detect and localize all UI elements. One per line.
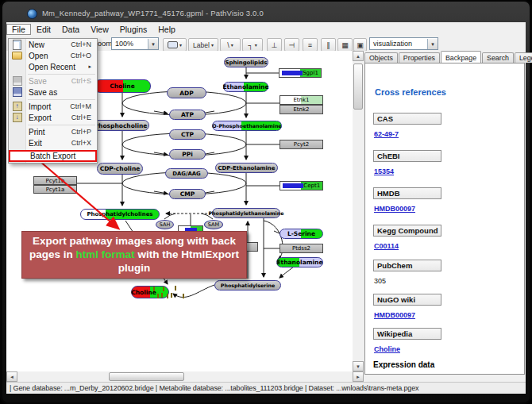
scroll-left-button[interactable]: ◄ xyxy=(6,371,17,382)
menu-help[interactable]: Help xyxy=(152,24,181,35)
datanode-tool-button[interactable]: ▾ xyxy=(163,38,187,52)
node-cdp-choline[interactable]: CDP-choline xyxy=(97,163,143,175)
menu-item-export[interactable]: ↓ Export Ctrl+E xyxy=(9,112,97,123)
visualization-combobox[interactable]: visualization ▾ xyxy=(369,37,438,50)
menu-view[interactable]: View xyxy=(85,24,114,35)
node-cmp[interactable]: CMP xyxy=(169,189,206,199)
line-tool-button[interactable]: \ ▾ xyxy=(220,38,241,52)
menu-item-save[interactable]: Save Ctrl+S xyxy=(9,75,97,87)
align-horizontal-button[interactable]: ⊥ xyxy=(267,38,282,52)
open-folder-icon xyxy=(12,52,22,60)
node-ctp[interactable]: CTP xyxy=(169,129,206,140)
selection-handle[interactable] xyxy=(171,293,172,298)
node-phosphocholine[interactable]: Phosphocholine xyxy=(92,120,149,131)
connector-tool-button[interactable]: ┐ ▾ xyxy=(242,38,263,52)
group-icon: ▣ xyxy=(357,41,364,49)
gene-box-ptdss2[interactable]: Ptdss2 xyxy=(279,244,323,253)
common-size-button[interactable]: ▦ xyxy=(337,38,353,52)
save-icon xyxy=(12,77,22,86)
selection-handle[interactable] xyxy=(161,293,163,298)
scroll-right-button[interactable]: ► xyxy=(353,371,364,382)
menu-plugins[interactable]: Plugins xyxy=(114,24,152,35)
menu-separator xyxy=(28,99,95,100)
node-atp[interactable]: ATP xyxy=(169,110,206,120)
menu-file[interactable]: File xyxy=(6,24,31,35)
menu-item-new[interactable]: New Ctrl+N xyxy=(9,39,97,50)
tab-objects[interactable]: Objects xyxy=(364,52,398,63)
cas-link[interactable]: 62-49-7 xyxy=(374,130,399,138)
selection-handle[interactable] xyxy=(167,294,168,298)
stack-vertical-button[interactable]: ∥ xyxy=(321,38,336,52)
selection-handle[interactable] xyxy=(157,294,159,298)
node-choline-selected[interactable]: Choline xyxy=(131,286,169,298)
tab-legend[interactable]: Legend xyxy=(515,52,532,63)
scrollbar-thumb[interactable] xyxy=(353,63,363,110)
node-ethanolamine-bottom[interactable]: Ethanolamine xyxy=(276,257,323,267)
selection-handle[interactable] xyxy=(153,287,155,291)
menu-separator xyxy=(28,74,95,75)
common-size-icon: ▦ xyxy=(341,41,349,49)
section-header-hmdb: HMDB xyxy=(373,187,441,199)
dropdown-arrow-icon: ▾ xyxy=(179,42,182,48)
gene-box-etnk1[interactable]: Etnk1 xyxy=(279,95,323,105)
backpage-panel: Cross references CAS 62-49-7 ChEBI 15354… xyxy=(364,63,525,375)
menu-item-save-as[interactable]: Save as xyxy=(9,87,97,98)
scrollbar-thumb[interactable] xyxy=(109,372,184,381)
tab-search[interactable]: Search xyxy=(482,52,514,63)
chebi-link[interactable]: 15354 xyxy=(374,167,394,175)
node-o-phosphoethanolamine[interactable]: O-Phosphoethanolamine xyxy=(212,121,282,131)
node-ppi[interactable]: PPi xyxy=(169,149,206,160)
menu-data[interactable]: Data xyxy=(56,24,85,35)
scroll-up-button[interactable]: ▲ xyxy=(353,51,364,61)
node-sphingolipids[interactable]: Sphingolipids xyxy=(224,57,268,67)
tab-properties[interactable]: Properties xyxy=(399,52,440,63)
gene-box-cept1[interactable]: Cept1 xyxy=(279,181,323,190)
gene-box-pcyt1a[interactable]: Pcyt1a xyxy=(33,185,77,194)
hmdb-link[interactable]: HMDB00097 xyxy=(374,205,415,213)
menu-item-batch-export[interactable]: Batch Export xyxy=(9,150,97,162)
tab-backpage[interactable]: Backpage xyxy=(441,51,481,63)
node-ethanolamine-top[interactable]: Ethanolamine xyxy=(223,82,268,92)
zoom-combobox[interactable]: 100% ▾ xyxy=(111,37,159,50)
combo-arrow-icon[interactable]: ▾ xyxy=(427,39,438,49)
kegg-link[interactable]: C00114 xyxy=(374,242,399,250)
canvas-vertical-scrollbar[interactable]: ▲ ▼ xyxy=(353,51,364,371)
gene-box-pcyt2[interactable]: Pcyt2 xyxy=(279,140,323,149)
align-vertical-icon: ⊣ xyxy=(289,41,295,49)
menu-item-open[interactable]: Open Ctrl+O xyxy=(9,50,97,61)
align-vertical-button[interactable]: ⊣ xyxy=(284,38,299,52)
label-tool-button[interactable]: Label ▾ xyxy=(188,38,218,52)
stack-horizontal-button[interactable]: ≡ xyxy=(303,38,318,52)
side-panel-tabs: Objects Properties Backpage Search Legen… xyxy=(364,51,526,63)
node-cdp-ethanolamine[interactable]: CDP-Ethanolamine xyxy=(215,163,278,173)
node-phosphatidylethanolamine[interactable]: Phosphatidylethanolamine xyxy=(212,208,280,218)
gene-box-sgpl1[interactable]: Sgpl1 xyxy=(279,68,322,78)
wikipedia-link[interactable]: Choline xyxy=(374,345,400,353)
menu-item-open-recent[interactable]: Open Recent ▸ xyxy=(9,61,97,72)
gene-box-etnk2[interactable]: Etnk2 xyxy=(279,105,323,114)
node-sam[interactable]: SAM xyxy=(204,220,223,229)
section-header-nugo: NuGO wiki xyxy=(373,294,441,306)
scroll-down-button[interactable]: ▼ xyxy=(353,361,364,371)
menu-item-exit[interactable]: Exit Ctrl+X xyxy=(9,137,97,148)
menu-edit[interactable]: Edit xyxy=(31,24,56,35)
group-button[interactable]: ▣ xyxy=(353,38,367,52)
expression-color-chip xyxy=(282,71,303,75)
file-menu-dropdown: New Ctrl+N Open Ctrl+O Open Recent ▸ Sav… xyxy=(8,38,98,164)
node-dag-aag[interactable]: DAG/AAG xyxy=(165,168,208,179)
menu-item-import[interactable]: ↑ Import Ctrl+M xyxy=(9,101,97,112)
selection-handle[interactable] xyxy=(163,287,164,291)
combo-arrow-icon[interactable]: ▾ xyxy=(148,39,158,49)
selection-handle[interactable] xyxy=(183,294,184,298)
node-choline[interactable]: Choline xyxy=(94,79,151,93)
node-l-serine[interactable]: L-Serine xyxy=(279,229,323,239)
node-phosphatidylcholines[interactable]: Phosphatidylcholines xyxy=(80,209,160,220)
menu-item-print[interactable]: Print Ctrl+P xyxy=(9,126,97,137)
gene-box-pcyt1b[interactable]: Pcyt1b xyxy=(33,176,77,185)
selection-handle[interactable] xyxy=(175,286,176,290)
nugo-link[interactable]: HMDB00097 xyxy=(374,311,415,319)
canvas-horizontal-scrollbar[interactable]: ◄ ► xyxy=(6,371,364,382)
node-phosphatidylserine[interactable]: Phosphatidylserine xyxy=(214,280,281,290)
node-sah[interactable]: SAH xyxy=(156,220,174,229)
node-adp[interactable]: ADP xyxy=(167,87,206,98)
